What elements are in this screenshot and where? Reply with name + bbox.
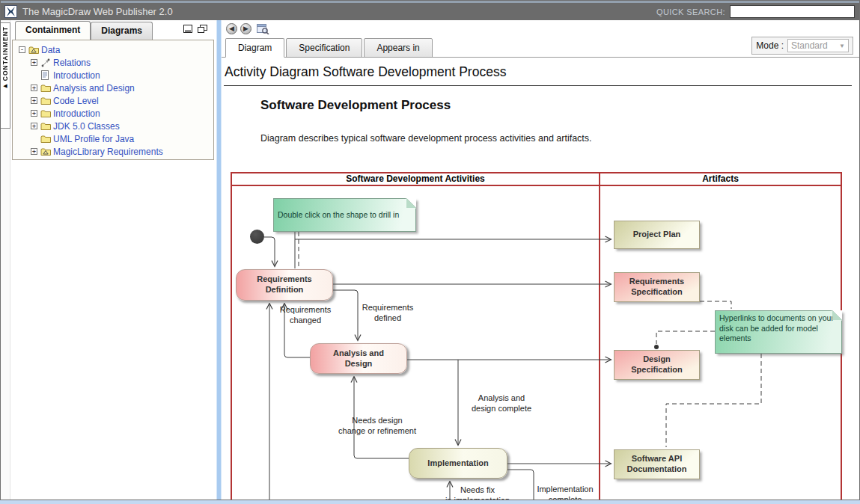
mode-value: Standard bbox=[791, 40, 828, 51]
tree-item-relations[interactable]: +Relations bbox=[13, 56, 213, 69]
edge-label-needs-design-change-or-refinement: Needs design change or refinement bbox=[338, 415, 416, 437]
tree-expander-icon[interactable]: + bbox=[31, 97, 37, 104]
minimize-panel-icon[interactable] bbox=[183, 25, 192, 33]
title-rule bbox=[224, 85, 852, 86]
package-icon bbox=[28, 46, 41, 55]
diagram-title: Software Development Process bbox=[260, 98, 451, 113]
containment-collapse-label: CONTAINMENT bbox=[1, 26, 9, 81]
edge-label-analysis-and-design-complete: Analysis and design complete bbox=[472, 393, 531, 414]
tree-item-data[interactable]: -Data bbox=[13, 43, 213, 56]
tree-item-label: Code Level bbox=[53, 96, 99, 106]
edge-label-requirements-changed: Requirements changed bbox=[280, 304, 331, 326]
tab-appears-in[interactable]: Appears in bbox=[364, 38, 432, 58]
title-bar: The MagicDraw Web Publisher 2.0 QUICK SE… bbox=[1, 1, 859, 20]
activity-requirements-definition[interactable]: Requirements Definition bbox=[236, 269, 333, 301]
magicdraw-logo bbox=[4, 5, 17, 18]
back-button[interactable]: ◀ bbox=[226, 23, 237, 34]
activity-diagram: Software Development Activities Artifact… bbox=[231, 172, 842, 500]
package-icon bbox=[40, 147, 53, 156]
main-tab-strip: Diagram Specification Appears in Mode : … bbox=[222, 38, 859, 58]
tab-diagrams[interactable]: Diagrams bbox=[91, 22, 153, 40]
note-drill-in-text: Double click on the shape to drill in bbox=[278, 210, 399, 221]
mode-control: Mode : Standard ▼ bbox=[751, 37, 853, 55]
edge-label-needs-fix-in-implementation: Needs fix in implementation bbox=[445, 485, 510, 500]
cascade-panels-icon[interactable] bbox=[198, 25, 207, 33]
tree-item-analysis-and-design[interactable]: +Analysis and Design bbox=[13, 82, 213, 94]
artifact-design-specification[interactable]: Design Specification bbox=[614, 350, 700, 380]
tree-expander-icon[interactable]: + bbox=[31, 59, 37, 66]
tab-specification[interactable]: Specification bbox=[286, 38, 362, 58]
mode-label: Mode : bbox=[756, 40, 784, 51]
forward-button[interactable]: ▶ bbox=[240, 23, 251, 34]
tree-item-label: Introduction bbox=[53, 70, 100, 81]
anchor-pin-dot bbox=[654, 345, 659, 349]
edge-label-requirements-defined: Requirements defined bbox=[362, 302, 413, 324]
tree-item-code-level[interactable]: +Code Level bbox=[13, 94, 213, 107]
properties-search-icon[interactable] bbox=[257, 23, 269, 34]
collapse-arrow-icon: ◀ bbox=[3, 83, 7, 89]
tree-item-label: MagicLibrary Requirements bbox=[53, 147, 163, 157]
edge-requirements-defined bbox=[333, 290, 358, 340]
artifact-requirements-specification[interactable]: Requirements Specification bbox=[614, 272, 700, 302]
edge-implementation-complete bbox=[507, 470, 534, 500]
tree-item-label: Data bbox=[41, 45, 60, 55]
edge-label-implementation-complete: Implementation complete bbox=[537, 484, 593, 500]
artifact-software-api-documentation[interactable]: Software API Documentation bbox=[614, 449, 700, 479]
folder-icon bbox=[40, 135, 53, 144]
tree-expander-icon[interactable]: + bbox=[31, 84, 37, 91]
tree-item-label: Relations bbox=[53, 58, 91, 68]
content-pane: ◀ ▶ Diagram Specification Appears in Mod… bbox=[222, 20, 859, 500]
tree-expander-icon[interactable]: + bbox=[31, 110, 37, 117]
document-icon bbox=[40, 70, 53, 80]
tree-item-jdk-5-0-classes[interactable]: +JDK 5.0 Classes bbox=[13, 120, 213, 132]
containment-collapse-tab[interactable]: CONTAINMENT ◀ bbox=[1, 22, 10, 129]
artifact-project-plan[interactable]: Project Plan bbox=[614, 221, 700, 249]
folder-icon bbox=[40, 109, 53, 118]
tree-item-label: Introduction bbox=[53, 108, 100, 119]
note-hyperlinks: Hyperlinks to documents on your disk can… bbox=[715, 310, 842, 354]
app-window: The MagicDraw Web Publisher 2.0 QUICK SE… bbox=[0, 0, 860, 500]
sidebar: Containment Diagrams -Data+RelationsIntr… bbox=[10, 20, 216, 500]
diagram-description: Diagram describes typical software devel… bbox=[260, 133, 592, 144]
initial-node[interactable] bbox=[250, 230, 264, 244]
activity-analysis-and-design[interactable]: Analysis and Design bbox=[310, 343, 407, 374]
tab-containment[interactable]: Containment bbox=[15, 21, 91, 40]
tree-item-introduction[interactable]: Introduction bbox=[13, 69, 213, 82]
relations-icon bbox=[40, 58, 53, 67]
note-drill-in: Double click on the shape to drill in bbox=[273, 198, 416, 232]
tree-item-introduction[interactable]: +Introduction bbox=[13, 107, 213, 120]
mode-select[interactable]: Standard ▼ bbox=[787, 39, 849, 52]
left-collapse-strip: CONTAINMENT ◀ bbox=[1, 20, 10, 500]
tree-expander-icon[interactable]: + bbox=[31, 123, 37, 129]
splitter[interactable] bbox=[216, 20, 222, 500]
tree-expander-icon[interactable]: + bbox=[31, 148, 37, 155]
anchor-reqspec-to-note2 bbox=[700, 301, 731, 309]
quick-search-input[interactable] bbox=[730, 5, 855, 18]
tab-diagram[interactable]: Diagram bbox=[225, 38, 284, 58]
anchor-note2-to-designspec bbox=[656, 331, 715, 344]
nav-toolbar: ◀ ▶ bbox=[226, 23, 269, 34]
edge-initial-to-requirements bbox=[264, 237, 275, 266]
tree-item-uml-profile-for-java[interactable]: UML Profile for Java bbox=[13, 132, 213, 145]
quick-search-label: QUICK SEARCH: bbox=[656, 7, 725, 16]
folder-icon bbox=[40, 96, 53, 105]
folder-icon bbox=[40, 84, 53, 93]
tree-item-label: UML Profile for Java bbox=[53, 134, 134, 144]
folder-icon bbox=[40, 122, 53, 131]
window-title: The MagicDraw Web Publisher 2.0 bbox=[22, 6, 173, 17]
tree-expander-icon[interactable]: - bbox=[19, 46, 25, 53]
containment-tree: -Data+RelationsIntroduction+Analysis and… bbox=[12, 40, 214, 160]
tree-item-label: Analysis and Design bbox=[53, 83, 135, 93]
activity-implementation[interactable]: Implementation bbox=[409, 448, 507, 479]
chevron-down-icon: ▼ bbox=[839, 43, 845, 49]
page-title: Activity Diagram Software Development Pr… bbox=[225, 64, 506, 80]
note-hyperlinks-text: Hyperlinks to documents on your disk can… bbox=[719, 313, 834, 342]
tree-item-label: JDK 5.0 Classes bbox=[53, 121, 120, 132]
tree-item-magiclibrary-requirements[interactable]: +MagicLibrary Requirements bbox=[13, 145, 213, 158]
